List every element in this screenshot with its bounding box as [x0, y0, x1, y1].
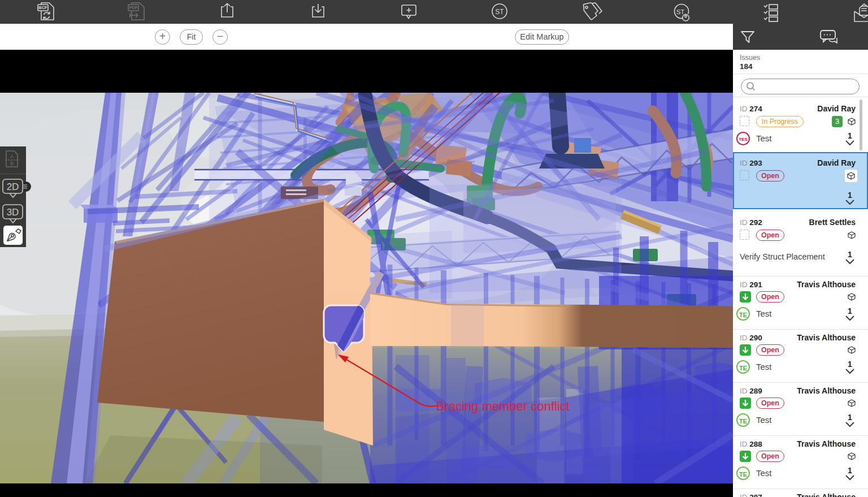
svg-text:3D: 3D — [7, 207, 19, 218]
svg-text:BCF: BCF — [38, 5, 47, 10]
svg-text:2D: 2D — [7, 181, 19, 192]
svg-text:A: A — [10, 154, 14, 159]
svg-text:PDF: PDF — [129, 5, 138, 10]
svg-text:ST: ST — [495, 8, 504, 16]
svg-text:B: B — [10, 161, 14, 166]
svg-text:Bracing member conflict: Bracing member conflict — [436, 399, 570, 413]
